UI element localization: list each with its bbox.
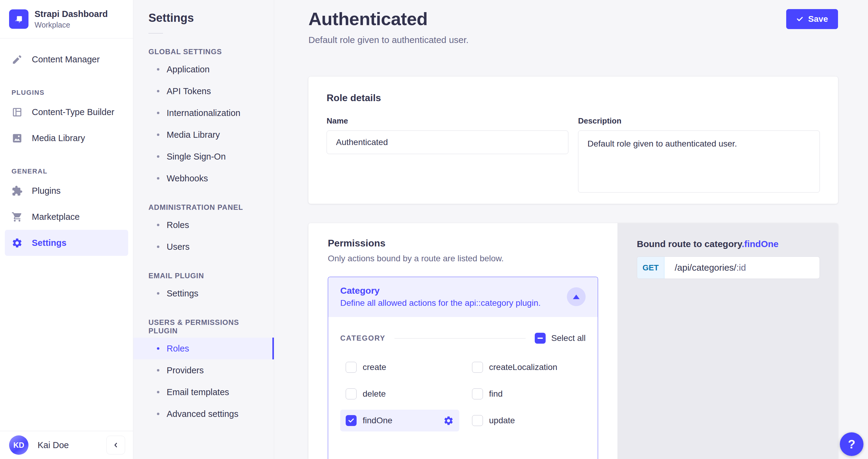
nav-section-general: GENERAL [5, 167, 128, 175]
subnav-item-label: Roles [167, 343, 189, 354]
subnav-item-label: Media Library [167, 130, 220, 140]
category-accordion-header[interactable]: Category Define all allowed actions for … [328, 277, 598, 317]
sidebar-item-settings[interactable]: Settings [5, 230, 128, 256]
bullet-dot [157, 292, 159, 295]
category-title: Category [340, 286, 541, 296]
brand[interactable]: Strapi Dashboard Workplace [0, 0, 133, 38]
subnav-item-advanced-settings[interactable]: Advanced settings [133, 403, 274, 425]
subnav-item-webhooks[interactable]: Webhooks [133, 167, 274, 189]
subnav-item-label: Webhooks [167, 173, 208, 184]
subnav-item-single-sign-on[interactable]: Single Sign-On [133, 145, 274, 167]
permission-row-find[interactable]: find [467, 383, 586, 405]
permission-label: createLocalization [489, 362, 557, 372]
permission-label: find [489, 389, 503, 399]
permissions-section: Permissions Only actions bound by a rout… [308, 223, 838, 459]
gear-icon [11, 237, 23, 249]
permissions-panel: Permissions Only actions bound by a rout… [308, 223, 617, 459]
bullet-dot [157, 133, 159, 136]
select-all-label[interactable]: Select all [551, 333, 586, 343]
subnav-item-providers[interactable]: Providers [133, 359, 274, 381]
bullet-dot [157, 369, 159, 371]
main-content: Authenticated Default role given to auth… [274, 0, 868, 459]
subnav-item-admin-users[interactable]: Users [133, 236, 274, 258]
collapse-accordion-button[interactable] [567, 287, 586, 306]
help-button[interactable]: ? [840, 432, 864, 456]
subnav-item-label: Providers [167, 365, 204, 375]
sidebar-item-label: Plugins [32, 186, 61, 196]
page-header: Authenticated Default role given to auth… [308, 8, 838, 45]
workspace-label: Workplace [35, 21, 108, 29]
pencil-icon [11, 54, 23, 65]
permission-row-createLocalization[interactable]: createLocalization [467, 356, 586, 378]
settings-gear-icon[interactable] [443, 416, 454, 426]
category-accordion: Category Define all allowed actions for … [328, 277, 598, 459]
description-field-group: Description Default role given to authen… [578, 116, 820, 193]
bullet-dot [157, 391, 159, 393]
checkbox-find[interactable] [472, 389, 483, 399]
sidebar-footer: KD Kai Doe [0, 431, 133, 459]
save-button[interactable]: Save [786, 9, 838, 29]
checkbox-create[interactable] [346, 362, 356, 373]
bound-route-heading: Bound route to category.findOne [637, 239, 820, 249]
sidebar-item-marketplace[interactable]: Marketplace [5, 204, 128, 230]
permission-row-findOne[interactable]: findOne [340, 409, 459, 431]
bound-route-heading-prefix: Bound route to category [637, 239, 742, 249]
permission-row-create[interactable]: create [340, 356, 459, 378]
name-input[interactable] [327, 131, 568, 154]
permission-row-update[interactable]: update [467, 409, 586, 431]
bullet-dot [157, 413, 159, 415]
bullet-dot [157, 245, 159, 248]
role-details-heading: Role details [327, 92, 820, 103]
subnav-item-label: Email templates [167, 387, 229, 397]
select-all-checkbox[interactable] [535, 333, 546, 343]
checkbox-findOne[interactable] [346, 415, 356, 426]
subnav-item-media-library[interactable]: Media Library [133, 124, 274, 145]
sidebar-item-label: Settings [32, 238, 66, 248]
subnav-group-title: GLOBAL SETTINGS [133, 47, 274, 56]
settings-subnav: Settings GLOBAL SETTINGS Application API… [133, 0, 274, 459]
app-title: Strapi Dashboard [35, 9, 108, 19]
subnav-item-api-tokens[interactable]: API Tokens [133, 80, 274, 102]
subnav-item-admin-roles[interactable]: Roles [133, 214, 274, 236]
sidebar-item-plugins[interactable]: Plugins [5, 178, 128, 204]
sidebar-item-content-manager[interactable]: Content Manager [5, 46, 128, 72]
checkbox-delete[interactable] [346, 389, 356, 399]
checkbox-update[interactable] [472, 415, 483, 426]
page-title: Authenticated [308, 8, 469, 29]
save-button-label: Save [808, 14, 828, 24]
permission-label: create [363, 362, 386, 372]
collapse-sidebar-button[interactable] [106, 436, 125, 455]
subnav-title: Settings [133, 11, 274, 25]
permission-row-delete[interactable]: delete [340, 383, 459, 405]
subnav-item-email-templates[interactable]: Email templates [133, 381, 274, 403]
main-sidebar: Strapi Dashboard Workplace Content Manag… [0, 0, 133, 459]
permissions-heading: Permissions [328, 238, 598, 249]
subnav-group-title: USERS & PERMISSIONS PLUGIN [133, 318, 274, 335]
chevron-up-icon [573, 295, 580, 299]
sidebar-item-content-type-builder[interactable]: Content-Type Builder [5, 99, 128, 125]
subnav-item-up-roles[interactable]: Roles [133, 337, 274, 359]
permission-label: delete [363, 389, 386, 399]
picture-icon [11, 133, 23, 144]
subnav-item-application[interactable]: Application [133, 59, 274, 80]
bullet-dot [157, 155, 159, 158]
checkbox-createLocalization[interactable] [472, 362, 483, 373]
avatar: KD [9, 435, 29, 455]
divider [149, 33, 163, 34]
route-display-field[interactable]: GET /api/categories/:id [637, 257, 820, 279]
subnav-item-internationalization[interactable]: Internationalization [133, 102, 274, 124]
category-description: Define all allowed actions for the api::… [340, 298, 541, 308]
actions-grid: create createLocalization delete fi [340, 356, 586, 431]
description-textarea[interactable]: Default role given to authenticated user… [578, 131, 820, 193]
sidebar-item-label: Content Manager [32, 55, 100, 65]
layout-grid-icon [11, 106, 23, 118]
subnav-item-email-settings[interactable]: Settings [133, 283, 274, 304]
user-name: Kai Doe [37, 440, 69, 450]
sidebar-item-media-library[interactable]: Media Library [5, 125, 128, 151]
check-icon [348, 417, 354, 424]
http-method-badge: GET [637, 257, 664, 278]
subnav-item-label: Advanced settings [167, 409, 239, 419]
subnav-item-label: Single Sign-On [167, 152, 226, 162]
name-field-group: Name [327, 116, 568, 193]
subnav-item-label: Internationalization [167, 108, 240, 118]
